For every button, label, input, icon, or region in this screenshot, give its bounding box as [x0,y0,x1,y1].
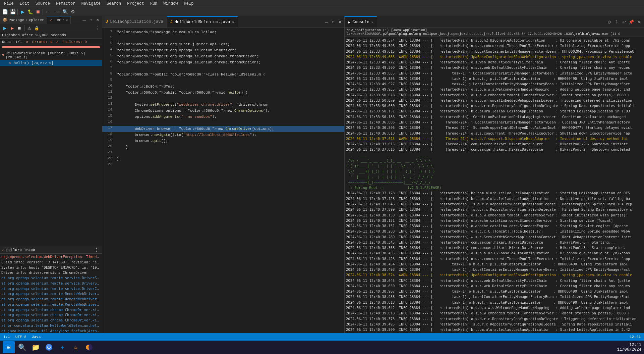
console-config: New_configuration (1) [Java Application]… [345,28,644,37]
junit-icon: ✓ [50,18,52,22]
debug-button[interactable]: 🐛 [26,8,34,15]
back-button[interactable]: ← [44,8,51,15]
menu-navigate[interactable]: Navigate [78,1,103,7]
log-line: :: Spring Boot :: (v2.3.1.RELEASE) [346,185,643,190]
search-button[interactable]: 🔍 [61,8,69,15]
log-line: 2024-06-11 12:40:38.650 INFO 18384 --- [… [346,283,643,289]
tab-leilao-app[interactable]: J LeilaoApplication.java [102,16,167,28]
menu-edit[interactable]: Edit [17,1,32,7]
log-line: 2024-06-11 12:40:37.015 WARN 18384 --- [… [346,136,643,141]
junit-view-menu-button[interactable]: ⋮ [94,25,101,32]
tab-junit[interactable]: ✓ JUnit ✕ [47,16,71,24]
stop-test-button[interactable]: ⏹ [16,25,23,32]
log-line: =========|_|==============|___/=/_/_/_/ [346,180,643,185]
junit-failures-value: 0 [84,40,87,44]
console-word-wrap-btn[interactable]: ↩ [621,18,627,25]
junit-failures-label: Failures: [62,40,82,44]
taskbar-java-icon[interactable]: ☕ [70,341,82,353]
failure-panel: ⚠ Failure Trace ⋮ org.openqa.selenium.We… [0,246,102,347]
rerun-failed-button[interactable]: ▶ [9,25,15,32]
code-line: 11 "color:#569cd6;">public "color:#569cd… [102,90,344,96]
minimize-panel-btn[interactable]: — [81,17,87,23]
code-text: browser.navigate().to("http://localhost:… [116,132,256,138]
taskbar-chrome-icon[interactable] [43,341,55,353]
maximize-panel-btn[interactable]: □ [88,17,94,23]
log-line: 2024-06-11 12:40:37.899 INFO 18384 --- [… [346,207,643,212]
taskbar-eclipse-icon[interactable] [83,341,95,353]
save-button[interactable]: 💾 [9,8,16,15]
log-line: 2024-06-11 12:40:38.988 INFO 18384 --- [… [346,294,643,299]
leilao-app-icon: J [106,19,108,24]
status-bar: 1:1 UTF-8 Java 12:41 [0,333,644,341]
code-line: 16 [102,120,344,126]
line-number: 12 [102,96,116,100]
failure-line: org.openqa.selenium.WebDriverException: … [1,254,101,260]
line-number: 8 [102,71,116,75]
editor-close-btn[interactable]: ✕ [337,19,343,25]
windows-start-button[interactable]: ⊞ [3,341,15,353]
menu-run[interactable]: Run [148,1,160,7]
tab-hello-world-close[interactable]: ✕ [232,20,234,24]
junit-runs-label: Runs: [2,40,13,44]
code-line: 2 [102,35,344,41]
tree-item-helloworld[interactable]: ▼ HelloWorldSelenium [Runner: JUnit 5] [… [0,51,102,60]
svg-point-2 [48,346,50,349]
menu-file[interactable]: File [1,1,16,7]
taskbar-search-icon[interactable]: 🔍 [16,341,28,353]
new-button[interactable]: 📄 [1,8,9,15]
toolbar: 📄 💾 ▶ 🐛 ⏹ ← → 🔍 ⚙ [0,7,644,16]
clear-console-btn[interactable]: ⊘ [606,18,612,25]
taskbar-explorer-icon[interactable]: 📁 [30,341,42,353]
settings-button[interactable]: ⚙ [69,8,76,15]
line-number: 23 [102,162,116,166]
line-number: 14 [102,108,116,112]
console-close-btn[interactable]: ✕ [635,18,642,25]
menu-window[interactable]: Window [161,1,180,7]
close-panel-btn[interactable]: ✕ [95,17,101,23]
line-number: 15 [102,114,116,118]
console-tab-close[interactable]: ✕ [371,20,373,24]
tab-console[interactable]: ▶ Console ✕ [345,16,377,28]
console-scroll-lock-btn[interactable]: ⤵ [613,18,620,25]
failure-trace-icon: ⚠ [2,248,4,252]
taskbar-vscode-icon[interactable]: ✦ [56,341,68,353]
hello-world-icon: J [170,20,173,24]
menu-source[interactable]: Source [33,1,53,7]
menu-search[interactable]: Search [104,1,124,7]
console-panel: ▶ Console ✕ ⊘ ⤵ ↩ 📌 ✕ New_configuration … [345,16,644,347]
rerun-button[interactable]: ▶ [1,25,8,32]
code-text: } [116,144,128,150]
code-line: 8"color:#569cd6;">public "color:#569cd6;… [102,71,344,78]
show-failures-button[interactable]: ⚠ [26,25,33,32]
failure-trace-menu-btn[interactable]: ⋮ [93,247,100,253]
junit-errors: Errors: 1 [32,40,52,44]
tree-item-hello[interactable]: ✕ hello() [20,642 s] [0,60,102,66]
log-line: . ____ _ __ _ _ [346,152,643,158]
tab-junit-close[interactable]: ✕ [66,18,68,22]
line-number: 11 [102,90,116,94]
junit-progress-bar-fill [2,46,100,48]
menu-refactor[interactable]: Refactor [53,1,78,7]
log-line: 2024-06-11 12:33:50.079 INFO 18384 --- [… [346,98,643,103]
menu-project[interactable]: Project [124,1,147,7]
line-number: 3 [102,41,116,45]
stop-button[interactable]: ⏹ [34,8,42,15]
tab-package-explorer[interactable]: 📦 Package Explorer [0,16,47,24]
menu-help[interactable]: Help [181,1,196,7]
log-line: 2024-06-11 12:40:38.498 INFO 18384 --- [… [346,267,643,272]
tab-hello-world[interactable]: J HelloWorldSelenium.java ✕ [167,16,238,28]
tab-package-explorer-label: Package Explorer [9,18,44,22]
console-pin-btn[interactable]: 📌 [628,18,635,25]
code-text: } [116,156,119,162]
editor-minimize-btn[interactable]: — [324,19,330,25]
failure-line: at org.openqa.selenium.chrome.ChromeDriv… [1,312,101,318]
log-line: 2024-06-11 12:40:39.500 INFO 18384 --- [… [346,327,643,332]
forward-button[interactable]: → [52,8,59,15]
log-line: /\\ / ___'_ __ _ _(_)_ __ __ _ \ \ \ \ [346,158,643,163]
editor-maximize-btn[interactable]: □ [330,19,336,25]
run-button[interactable]: ▶ [19,8,26,15]
status-encoding: UTF-8 [15,335,26,339]
scroll-lock-button[interactable]: 🔒 [33,25,40,32]
code-editor[interactable]: 1"color:#569cd6;">package br.com.alura.l… [102,28,344,347]
failure-line: at org.openqa.selenium.remote.RemoteWebD… [1,302,101,307]
